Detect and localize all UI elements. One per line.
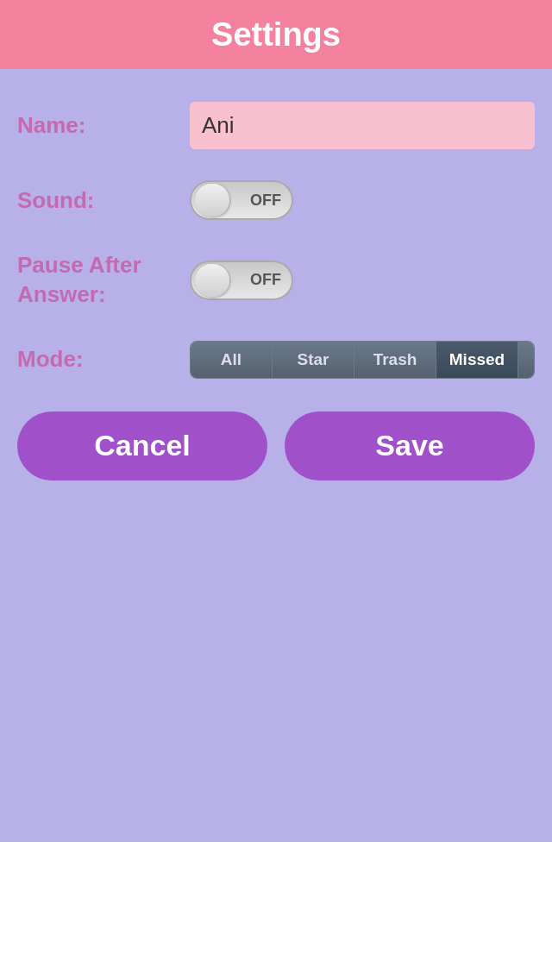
settings-content: Name: Sound: OFF Pause After Answer: [0, 69, 552, 842]
pause-label: Pause After Answer: [17, 251, 190, 310]
pause-row: Pause After Answer: OFF [17, 236, 535, 325]
sound-label: Sound: [17, 187, 190, 214]
sound-toggle-label: OFF [250, 192, 281, 210]
sound-row: Sound: OFF [17, 165, 535, 236]
cancel-button[interactable]: Cancel [17, 411, 267, 481]
mode-btn-trash[interactable]: Trash [354, 342, 436, 378]
mode-segmented-control: AllStarTrashMissedGuide [190, 341, 535, 379]
page-title: Settings [211, 16, 341, 53]
mode-row: Mode: AllStarTrashMissedGuide [17, 325, 535, 394]
sound-toggle[interactable]: OFF [190, 180, 293, 220]
name-label: Name: [17, 112, 190, 139]
name-input[interactable] [190, 102, 535, 149]
mode-btn-guide[interactable]: Guide [518, 342, 535, 378]
mode-btn-star[interactable]: Star [273, 342, 354, 378]
app-container: Settings Name: Sound: OFF Pause After An… [0, 0, 552, 980]
save-button[interactable]: Save [285, 411, 535, 481]
mode-btn-all[interactable]: All [191, 342, 273, 378]
bottom-area [0, 842, 552, 980]
name-row: Name: [17, 86, 535, 165]
header: Settings [0, 0, 552, 69]
sound-toggle-container: OFF [190, 180, 293, 220]
sound-toggle-thumb [195, 184, 229, 217]
pause-toggle-container: OFF [190, 261, 293, 300]
pause-toggle-thumb [195, 264, 229, 297]
mode-btn-missed[interactable]: Missed [436, 342, 518, 378]
pause-toggle[interactable]: OFF [190, 261, 293, 300]
pause-toggle-label: OFF [250, 271, 281, 289]
buttons-row: Cancel Save [17, 411, 535, 481]
mode-label: Mode: [17, 346, 190, 373]
